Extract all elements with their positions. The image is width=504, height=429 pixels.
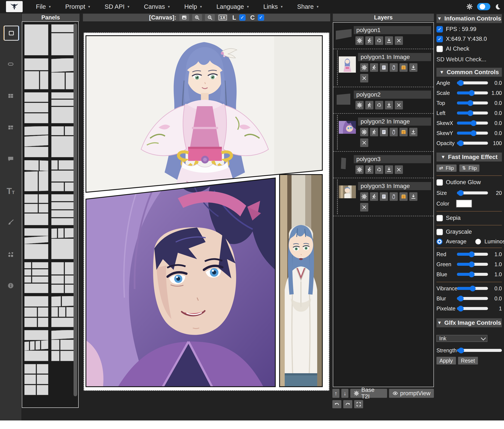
layer-thumbnail-image[interactable] <box>339 186 356 199</box>
l-checkbox[interactable] <box>239 14 246 21</box>
panel-template-3[interactable] <box>24 58 48 89</box>
layer-name-input[interactable]: polygon2 <box>354 90 431 99</box>
red-slider[interactable] <box>457 253 488 256</box>
top-slider[interactable] <box>457 101 488 105</box>
panel-template-13[interactable] <box>24 228 48 259</box>
theme-toggle[interactable] <box>477 3 490 10</box>
size-slider[interactable] <box>457 191 488 194</box>
panel-template-20[interactable] <box>51 330 75 361</box>
sidebar-item-panel-rounded[interactable] <box>4 57 18 71</box>
layer-shape-close-button[interactable] <box>395 36 403 45</box>
coords-checkbox[interactable] <box>436 36 443 42</box>
layer-shape-runner-button[interactable] <box>365 101 373 109</box>
sidebar-item-panel-grid[interactable] <box>4 89 18 103</box>
layer-shape-gear-button[interactable] <box>355 101 364 109</box>
layer-shape-recycle-button[interactable] <box>375 101 383 109</box>
layer-image-close-button[interactable] <box>360 138 368 147</box>
panel-template-7[interactable] <box>24 126 48 157</box>
sidebar-item-brush-tool[interactable] <box>4 215 18 229</box>
layer-thumbnail-shape[interactable] <box>335 157 352 170</box>
information-controls-header[interactable]: ▼Infomation Controls <box>436 14 502 23</box>
luminosity-radio[interactable] <box>475 239 481 244</box>
c-checkbox[interactable] <box>258 14 264 21</box>
layer-image-gear-button[interactable] <box>360 63 368 72</box>
panel-template-21[interactable] <box>24 364 48 395</box>
layer-row-shape-1[interactable]: polygon1 <box>333 23 433 49</box>
panel-template-5[interactable] <box>24 92 48 123</box>
canvas-panel-1-artwork[interactable] <box>86 36 322 192</box>
menu-item-file[interactable]: File▾ <box>29 3 58 10</box>
apply-button[interactable]: Apply <box>436 357 456 365</box>
layer-name-input[interactable]: polygon2 In Image <box>358 117 431 126</box>
panel-template-10[interactable] <box>51 160 75 191</box>
layer-image-doc-button[interactable] <box>380 128 388 136</box>
layer-image-download-button[interactable] <box>409 128 417 136</box>
layer-image-package-button[interactable] <box>399 128 408 136</box>
layer-image-runner-button[interactable] <box>370 63 378 72</box>
fullscreen-button[interactable] <box>354 400 363 408</box>
layer-image-close-button[interactable] <box>360 203 368 212</box>
layer-image-download-button[interactable] <box>409 63 417 72</box>
layer-name-input[interactable]: polygon1 In Image <box>358 53 431 61</box>
menu-item-canvas[interactable]: Canvas▾ <box>136 3 177 10</box>
layer-image-gear-button[interactable] <box>360 128 368 136</box>
panel-template-17[interactable] <box>24 296 48 327</box>
sidebar-item-text-tool[interactable]: Tт <box>4 184 18 198</box>
panel-template-6[interactable] <box>51 92 75 123</box>
average-radio[interactable] <box>436 239 442 245</box>
layer-thumbnail-image[interactable] <box>339 56 356 73</box>
canvas-panel-2-artwork[interactable] <box>86 178 275 387</box>
panel-template-19[interactable] <box>24 330 48 361</box>
canvas-page[interactable] <box>84 33 329 391</box>
panel-template-8[interactable] <box>51 126 75 157</box>
menu-item-language[interactable]: Language▾ <box>209 3 256 10</box>
layer-shape-runner-button[interactable] <box>365 36 373 45</box>
sidebar-item-info[interactable] <box>4 279 18 293</box>
layer-image-clip-button[interactable] <box>390 128 398 136</box>
layer-image-runner-button[interactable] <box>370 192 378 201</box>
outline-color-swatch[interactable] <box>456 200 472 207</box>
layer-move-down-button[interactable]: ↓ <box>341 389 348 398</box>
sidebar-item-page-frame[interactable] <box>4 26 19 41</box>
layer-thumbnail-shape[interactable] <box>335 93 352 106</box>
angle-slider[interactable] <box>457 81 488 84</box>
app-logo[interactable] <box>6 1 23 12</box>
canvas-panel-3-artwork[interactable] <box>279 175 322 387</box>
canvas-image-button[interactable] <box>179 14 189 21</box>
layer-shape-recycle-button[interactable] <box>375 36 383 45</box>
layer-image-doc-button[interactable] <box>380 192 388 201</box>
ai-check-checkbox[interactable] <box>436 46 443 52</box>
dark-mode-moon-icon[interactable] <box>495 3 501 10</box>
layer-shape-close-button[interactable] <box>395 165 403 174</box>
layer-name-input[interactable]: polygon3 <box>354 155 431 163</box>
sidebar-item-panel-grid-add[interactable] <box>4 121 18 134</box>
panel-template-11[interactable] <box>24 194 48 225</box>
layer-row-shape-3[interactable]: polygon3 <box>333 152 433 178</box>
layer-shape-runner-button[interactable] <box>365 165 373 174</box>
outline-glow-checkbox[interactable] <box>436 179 443 186</box>
panel-template-15[interactable] <box>24 262 48 293</box>
layer-image-gear-button[interactable] <box>360 192 368 201</box>
flip-horizontal-button[interactable]: ⇄Flip <box>436 164 457 172</box>
grayscale-checkbox[interactable] <box>436 229 443 235</box>
fast-image-effect-header[interactable]: ▼Fast Image Effect <box>436 152 502 161</box>
layer-row-image-3[interactable]: polygon3 In Image <box>333 178 433 216</box>
prompt-view-button[interactable]: promptView <box>389 389 434 398</box>
scale-slider[interactable] <box>457 91 488 94</box>
layer-image-doc-button[interactable] <box>380 63 388 72</box>
blur-slider[interactable] <box>457 297 488 300</box>
layer-image-package-button[interactable] <box>399 192 408 201</box>
common-controls-header[interactable]: ▼Common Controls <box>436 68 502 77</box>
layer-move-up-button[interactable]: ↑ <box>332 389 339 398</box>
blue-slider[interactable] <box>457 273 488 276</box>
layer-thumbnail-image[interactable] <box>339 121 356 134</box>
panel-template-14[interactable] <box>51 228 75 259</box>
sidebar-item-speech-bubble[interactable] <box>4 152 18 166</box>
layer-name-input[interactable]: polygon1 <box>354 26 431 34</box>
menu-item-links[interactable]: Links▾ <box>256 3 290 10</box>
sidebar-item-shapes-tool[interactable] <box>4 248 18 261</box>
layer-shape-close-button[interactable] <box>395 101 403 109</box>
panels-template-list[interactable] <box>22 21 79 408</box>
layer-image-download-button[interactable] <box>409 192 417 201</box>
glfx-image-controls-header[interactable]: ▼Glfx Image Controls <box>436 318 502 327</box>
